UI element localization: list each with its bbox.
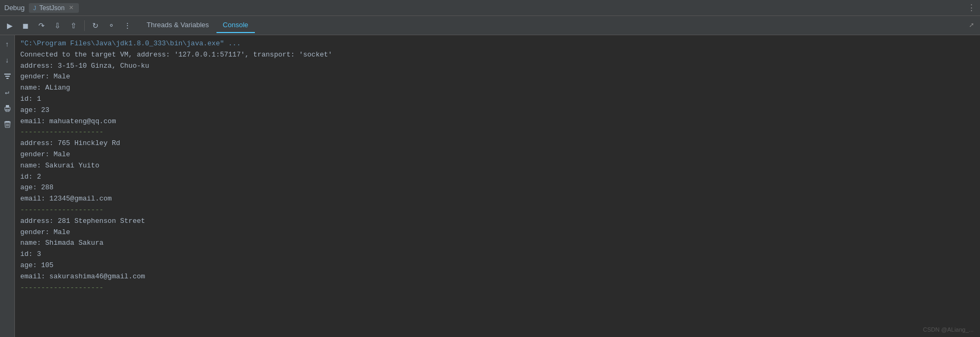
soft-wrap-icon[interactable]: ↵ bbox=[2, 86, 13, 98]
svg-rect-7 bbox=[5, 121, 10, 122]
stop-button[interactable]: ◼ bbox=[18, 18, 33, 33]
console-line: Connected to the target VM, address: '12… bbox=[20, 50, 975, 61]
svg-rect-2 bbox=[6, 78, 9, 79]
toolbar-tabs: Threads & Variables Console bbox=[140, 18, 255, 33]
title-bar-right: ⋮ bbox=[967, 3, 976, 13]
console-line: name: Sakurai Yuito bbox=[20, 161, 975, 172]
step-into-button[interactable]: ⇩ bbox=[50, 18, 65, 33]
toolbar-separator-1 bbox=[84, 20, 85, 31]
console-line: age: 105 bbox=[20, 260, 975, 271]
console-output[interactable]: "C:\Program Files\Java\jdk1.8.0_333\bin\… bbox=[15, 35, 980, 337]
console-line: gender: Male bbox=[20, 227, 975, 238]
console-line: email: 12345@gmail.com bbox=[20, 194, 975, 205]
console-line: age: 288 bbox=[20, 182, 975, 194]
tab-label: TestJson bbox=[39, 4, 65, 12]
console-line: age: 23 bbox=[20, 105, 975, 116]
debug-label: Debug bbox=[4, 4, 25, 12]
console-line: name: Shimada Sakura bbox=[20, 238, 975, 249]
title-bar-left: Debug J TestJson ✕ bbox=[4, 3, 79, 13]
main-content: ↑ ↓ ↵ bbox=[0, 35, 980, 337]
print-icon[interactable] bbox=[2, 102, 13, 114]
resume-button[interactable]: ▶ bbox=[2, 18, 17, 33]
console-line: "C:\Program Files\Java\jdk1.8.0_333\bin\… bbox=[20, 38, 975, 50]
console-line: email: sakurashima46@gmail.com bbox=[20, 271, 975, 283]
console-line: gender: Male bbox=[20, 71, 975, 83]
step-out-button[interactable]: ⇧ bbox=[66, 18, 81, 33]
tab-java-icon: J bbox=[33, 5, 36, 11]
svg-rect-1 bbox=[5, 76, 10, 77]
scroll-down-icon[interactable]: ↓ bbox=[2, 54, 13, 66]
console-line: name: ALiang bbox=[20, 83, 975, 94]
console-line: address: 765 Hinckley Rd bbox=[20, 138, 975, 149]
tab-console[interactable]: Console bbox=[216, 18, 255, 33]
title-tab[interactable]: J TestJson ✕ bbox=[29, 3, 79, 13]
rerun-button[interactable]: ↻ bbox=[88, 18, 103, 33]
console-line: address: 3-15-10 Ginza, Chuo-ku bbox=[20, 61, 975, 72]
scroll-up-icon[interactable]: ↑ bbox=[2, 38, 13, 50]
step-over-button[interactable]: ↷ bbox=[34, 18, 49, 33]
svg-rect-0 bbox=[4, 74, 11, 75]
console-line: address: 281 Stephenson Street bbox=[20, 216, 975, 227]
close-tab-button[interactable]: ✕ bbox=[68, 4, 75, 11]
console-line: id: 1 bbox=[20, 94, 975, 105]
console-line: id: 3 bbox=[20, 249, 975, 260]
svg-rect-4 bbox=[6, 105, 9, 108]
more-button[interactable]: ⋮ bbox=[120, 18, 135, 33]
expand-button[interactable]: ➚ bbox=[965, 19, 978, 32]
toolbar: ▶ ◼ ↷ ⇩ ⇧ ↻ ⚬ ⋮ Threads & Variables Cons… bbox=[0, 16, 980, 35]
filter-icon[interactable] bbox=[2, 70, 13, 82]
title-bar-menu-button[interactable]: ⋮ bbox=[967, 3, 976, 13]
title-bar: Debug J TestJson ✕ ⋮ bbox=[0, 0, 980, 16]
clear-icon[interactable] bbox=[2, 118, 13, 130]
left-sidebar: ↑ ↓ ↵ bbox=[0, 35, 15, 337]
console-line: id: 2 bbox=[20, 172, 975, 183]
mute-breakpoints-button[interactable]: ⚬ bbox=[104, 18, 119, 33]
console-line: -------------------- bbox=[20, 205, 975, 216]
console-line: -------------------- bbox=[20, 127, 975, 138]
console-line: email: mahuateng@qq.com bbox=[20, 116, 975, 127]
console-line: -------------------- bbox=[20, 283, 975, 294]
tab-threads-variables[interactable]: Threads & Variables bbox=[140, 18, 215, 33]
watermark: CSDN @ALiang_... bbox=[923, 326, 974, 333]
console-line: gender: Male bbox=[20, 149, 975, 161]
